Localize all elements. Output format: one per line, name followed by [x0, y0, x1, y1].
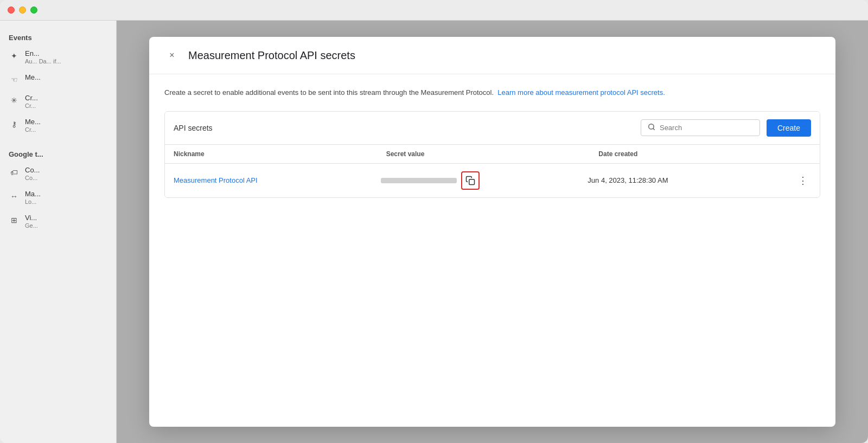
cell-secret — [381, 171, 588, 190]
dialog-title: Measurement Protocol API secrets — [188, 49, 355, 62]
cell-nickname[interactable]: Measurement Protocol API — [174, 176, 381, 184]
col-header-secret-value: Secret value — [386, 150, 599, 158]
sparkles-icon: ✳ — [9, 95, 20, 106]
api-secrets-table: API secrets — [164, 111, 820, 198]
cell-date-created: Jun 4, 2023, 11:28:30 AM — [588, 176, 795, 184]
dialog: × Measurement Protocol API secrets Creat… — [149, 37, 835, 427]
fingerprint-icon: ☜ — [9, 74, 20, 85]
sparkle-icon: ✦ — [9, 50, 20, 61]
sidebar: Events ✦ En... Au... Da... if... ☜ Me...… — [0, 21, 117, 443]
price-tag-icon: 🏷 — [9, 167, 20, 178]
create-button[interactable]: Create — [767, 119, 811, 137]
app-body: Events ✦ En... Au... Da... if... ☜ Me...… — [0, 21, 868, 443]
svg-rect-2 — [469, 179, 474, 184]
more-options-button[interactable]: ⋮ — [795, 172, 811, 189]
search-icon — [648, 123, 655, 132]
table-toolbar-right: Create — [641, 119, 811, 137]
learn-more-link[interactable]: Learn more about measurement protocol AP… — [497, 88, 665, 97]
table-row: Measurement Protocol API — [165, 164, 820, 197]
maximize-button[interactable] — [30, 7, 37, 14]
svg-line-1 — [653, 129, 655, 130]
search-box[interactable] — [641, 119, 760, 136]
col-header-date-created: Date created — [598, 150, 811, 158]
secret-mask — [381, 178, 457, 183]
sidebar-item-view[interactable]: ⊞ Vi... Ge... — [0, 209, 116, 233]
sidebar-item-modify-event[interactable]: ☜ Me... — [0, 69, 116, 89]
sidebar-item-connected-site-tags[interactable]: 🏷 Co... Co... — [0, 162, 116, 185]
col-header-nickname: Nickname — [174, 150, 386, 158]
minimize-button[interactable] — [19, 7, 26, 14]
key-icon: ⚷ — [9, 119, 20, 130]
close-button[interactable] — [8, 7, 15, 14]
main-content: × Measurement Protocol API secrets Creat… — [117, 21, 868, 443]
dialog-body: Create a secret to enable additional eve… — [149, 74, 835, 427]
sidebar-item-measurement-protocol[interactable]: ⚷ Me... Cr... — [0, 113, 116, 137]
copy-button[interactable] — [461, 171, 480, 190]
view-box-icon: ⊞ — [9, 215, 20, 226]
cell-actions: ⋮ — [795, 172, 811, 189]
table-header: Nickname Secret value Date created — [165, 145, 820, 164]
dialog-description: Create a secret to enable additional eve… — [164, 87, 820, 98]
dialog-close-button[interactable]: × — [164, 48, 180, 63]
table-toolbar-title: API secrets — [174, 124, 213, 132]
sidebar-item-enhanced-measurement[interactable]: ✦ En... Au... Da... if... — [0, 45, 116, 69]
sidebar-item-create-event[interactable]: ✳ Cr... Cr... — [0, 89, 116, 113]
arrows-icon: ↔ — [9, 191, 20, 202]
google-tags-section-title: Google t... — [0, 146, 116, 162]
search-input[interactable] — [660, 124, 753, 132]
titlebar — [0, 0, 868, 21]
dialog-header: × Measurement Protocol API secrets — [149, 37, 835, 74]
sidebar-item-manage[interactable]: ↔ Ma... Lo... — [0, 185, 116, 209]
events-section-title: Events — [0, 29, 116, 45]
window: Events ✦ En... Au... Da... if... ☜ Me...… — [0, 0, 868, 443]
table-toolbar: API secrets — [165, 112, 820, 145]
